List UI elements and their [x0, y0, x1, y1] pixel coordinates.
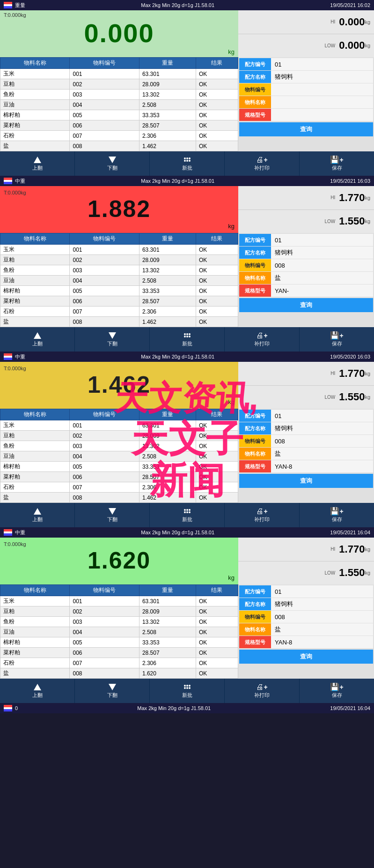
table-cell: 盐: [0, 317, 70, 327]
table-row: 石粉0072.306OK: [0, 482, 238, 493]
table-cell: 007: [70, 307, 139, 317]
info-label: 物料名称: [239, 448, 271, 460]
table-cell: OK: [196, 658, 238, 668]
reprint-btn[interactable]: 🖨+ 补打印: [225, 679, 300, 703]
top-bar-left: 中重: [4, 353, 25, 360]
weight-value: 1.462: [88, 371, 151, 398]
weight-main-display: T:0.000kg1.462kg: [0, 362, 238, 409]
new-batch-btn[interactable]: 新批: [150, 327, 225, 352]
query-button[interactable]: 查询: [239, 298, 373, 312]
down-btn[interactable]: 下翻: [75, 151, 150, 176]
down-btn-icon: [107, 156, 118, 164]
info-row: 配方名称 猪饲料: [239, 247, 373, 259]
table-cell: 菜籽粕: [0, 120, 70, 131]
reprint-btn-label: 补打印: [254, 692, 270, 699]
table-cell: 豆粕: [0, 431, 70, 441]
weight-side-panel: HI 1.770 kg LOW 1.550 kg: [238, 362, 374, 409]
device-info: Max 2kg Min 20g d=1g J1.58.01: [141, 2, 214, 8]
table-cell: 28.009: [139, 606, 196, 617]
table-cell: 28.009: [139, 79, 196, 90]
down-btn[interactable]: 下翻: [75, 679, 150, 703]
top-bar: 中重 Max 2kg Min 20g d=1g J1.58.01 19/05/2…: [0, 176, 374, 186]
new-batch-btn-icon: [182, 683, 193, 691]
new-batch-btn-icon: [182, 508, 193, 515]
table-cell: 33.353: [139, 637, 196, 648]
info-row: 配方名称 猪饲料: [239, 598, 373, 610]
low-label: LOW: [325, 570, 336, 576]
table-cell: 盐: [0, 141, 70, 151]
up-btn[interactable]: 上翻: [0, 503, 75, 527]
save-btn[interactable]: 💾+ 保存: [300, 679, 374, 703]
table-cell: 菜籽粕: [0, 472, 70, 482]
save-btn[interactable]: 💾+ 保存: [300, 151, 374, 176]
table-cell: OK: [196, 131, 238, 141]
reprint-btn[interactable]: 🖨+ 补打印: [225, 151, 300, 176]
table-cell: OK: [196, 69, 238, 79]
data-area: 物料名称物料编号重量结果玉米00163.301OK豆粕00228.009OK鱼粉…: [0, 584, 374, 679]
table-cell: OK: [196, 245, 238, 255]
info-label: 配方编号: [239, 410, 271, 422]
table-header: 物料名称: [0, 585, 70, 596]
table-row: 玉米00163.301OK: [0, 420, 238, 431]
table-cell: OK: [196, 255, 238, 265]
table-cell: 盐: [0, 493, 70, 503]
up-btn-icon: [32, 156, 43, 164]
tare-value: T:0.000kg: [4, 190, 26, 195]
new-batch-btn[interactable]: 新批: [150, 679, 225, 703]
info-label: 规格型号: [239, 284, 271, 297]
status-label: 0: [15, 705, 18, 711]
up-btn[interactable]: 上翻: [0, 327, 75, 352]
table-cell: 鱼粉: [0, 441, 70, 451]
table-cell: OK: [196, 265, 238, 276]
toolbar: 上翻 下翻 新批 🖨+ 补打印 💾+ 保存: [0, 503, 374, 527]
reprint-btn-icon: 🖨+: [257, 332, 268, 339]
down-btn-label: 下翻: [107, 340, 117, 347]
table-cell: 28.507: [139, 472, 196, 482]
table-cell: 2.508: [139, 451, 196, 462]
hi-display: HI 0.000 kg: [238, 10, 374, 34]
table-cell: 石粉: [0, 658, 70, 668]
hi-label: HI: [330, 19, 335, 24]
save-btn-icon: 💾+: [331, 683, 343, 691]
up-btn[interactable]: 上翻: [0, 151, 75, 176]
save-btn[interactable]: 💾+ 保存: [300, 503, 374, 527]
table-cell: 008: [70, 317, 139, 327]
section-3: 中重 Max 2kg Min 20g d=1g J1.58.01 19/05/2…: [0, 352, 374, 527]
top-bar: 中重 Max 2kg Min 20g d=1g J1.58.01 19/05/2…: [0, 527, 374, 538]
tare-value: T:0.000kg: [4, 541, 26, 547]
table-row: 豆粕00228.009OK: [0, 255, 238, 265]
down-btn[interactable]: 下翻: [75, 327, 150, 352]
query-button[interactable]: 查询: [239, 650, 373, 664]
up-btn[interactable]: 上翻: [0, 679, 75, 703]
weight-area: T:0.000kg1.882kg HI 1.770 kg LOW 1.550 k…: [0, 186, 374, 233]
down-btn-icon: [107, 508, 118, 515]
table-cell: 1.462: [139, 317, 196, 327]
top-bar-left: 重量: [4, 2, 25, 9]
info-value: 008: [271, 611, 373, 623]
table-cell: 豆粕: [0, 79, 70, 90]
table-header: 物料编号: [70, 585, 139, 596]
query-button[interactable]: 查询: [239, 122, 373, 136]
table-cell: 1.462: [139, 493, 196, 503]
table-cell: 003: [70, 90, 139, 100]
table-cell: 2.508: [139, 627, 196, 637]
reprint-btn[interactable]: 🖨+ 补打印: [225, 327, 300, 352]
info-row: 配方名称 猪饲料: [239, 422, 373, 434]
weight-side-panel: HI 1.770 kg LOW 1.550 kg: [238, 186, 374, 233]
low-display: LOW 1.550 kg: [238, 210, 374, 233]
flag-icon: [4, 178, 12, 184]
save-btn[interactable]: 💾+ 保存: [300, 327, 374, 352]
table-cell: 004: [70, 276, 139, 286]
info-value: 01: [271, 234, 373, 246]
new-batch-btn[interactable]: 新批: [150, 151, 225, 176]
toolbar: 上翻 下翻 新批 🖨+ 补打印 💾+ 保存: [0, 151, 374, 176]
table-cell: 棉籽粕: [0, 110, 70, 120]
down-btn[interactable]: 下翻: [75, 503, 150, 527]
query-button[interactable]: 查询: [239, 474, 373, 488]
new-batch-btn[interactable]: 新批: [150, 503, 225, 527]
table-row: 盐0081.620OK: [0, 668, 238, 679]
table-cell: 002: [70, 606, 139, 617]
table-cell: 005: [70, 637, 139, 648]
table-header: 物料名称: [0, 58, 70, 69]
reprint-btn[interactable]: 🖨+ 补打印: [225, 503, 300, 527]
